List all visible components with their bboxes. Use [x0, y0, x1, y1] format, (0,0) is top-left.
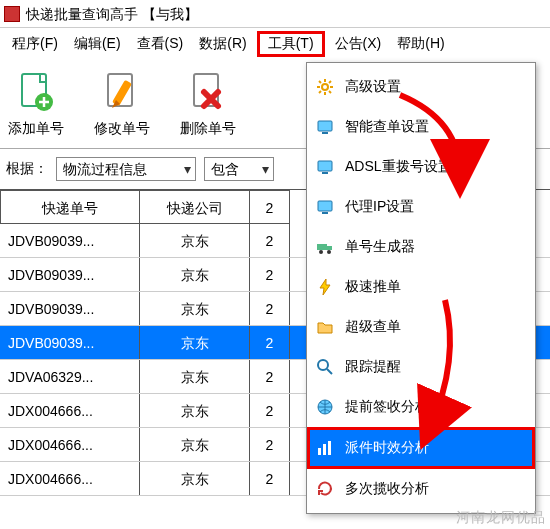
- menu-item-label: 单号生成器: [345, 238, 415, 256]
- app-icon: [4, 6, 20, 22]
- svg-point-24: [327, 250, 331, 254]
- menu-item-label: 代理IP设置: [345, 198, 414, 216]
- svg-rect-21: [317, 244, 327, 250]
- cell-tracking: JDVB09039...: [0, 258, 140, 291]
- cell-company: 京东: [140, 360, 250, 393]
- svg-line-14: [319, 91, 321, 93]
- tools-dropdown: 高级设置智能查单设置ADSL重拨号设置代理IP设置单号生成器极速推单超级查单跟踪…: [306, 62, 536, 514]
- menu-item-monitor[interactable]: ADSL重拨号设置: [307, 147, 535, 187]
- bolt-icon: [315, 277, 335, 297]
- magnify-icon: [315, 357, 335, 377]
- watermark: 河南龙网优品: [456, 509, 546, 527]
- document-add-icon: [14, 70, 58, 114]
- menu-item-monitor[interactable]: 代理IP设置: [307, 187, 535, 227]
- cell-extra: 2: [250, 258, 290, 291]
- cell-extra: 2: [250, 292, 290, 325]
- edit-label: 修改单号: [94, 120, 150, 138]
- monitor-icon: [315, 117, 335, 137]
- menu-item-folder[interactable]: 超级查单: [307, 307, 535, 347]
- menu-item-truck[interactable]: 单号生成器: [307, 227, 535, 267]
- chart-icon: [315, 438, 335, 458]
- cell-extra: 2: [250, 224, 290, 257]
- document-edit-icon: [100, 70, 144, 114]
- svg-rect-19: [318, 201, 332, 211]
- svg-rect-17: [318, 161, 332, 171]
- col-extra[interactable]: 2: [250, 190, 290, 224]
- filter-basis-value: 物流过程信息: [63, 161, 147, 177]
- menu-item-label: 派件时效分析: [345, 439, 429, 457]
- edit-button[interactable]: 修改单号: [94, 70, 150, 138]
- delete-label: 删除单号: [180, 120, 236, 138]
- menu-tools[interactable]: 工具(T): [257, 31, 325, 57]
- cell-company: 京东: [140, 428, 250, 461]
- menu-item-label: 跟踪提醒: [345, 358, 401, 376]
- menu-item-label: 智能查单设置: [345, 118, 429, 136]
- cell-tracking: JDX004666...: [0, 462, 140, 495]
- filter-basis-label: 根据：: [6, 160, 48, 178]
- svg-line-26: [327, 369, 332, 374]
- menu-item-monitor[interactable]: 智能查单设置: [307, 107, 535, 147]
- cell-company: 京东: [140, 224, 250, 257]
- menu-item-bolt[interactable]: 极速推单: [307, 267, 535, 307]
- menu-item-refresh[interactable]: 多次揽收分析: [307, 469, 535, 509]
- cell-tracking: JDVA06329...: [0, 360, 140, 393]
- menu-item-label: 高级设置: [345, 78, 401, 96]
- truck-icon: [315, 237, 335, 257]
- window-title: 快递批量查询高手 【与我】: [26, 0, 198, 28]
- cell-extra: 2: [250, 394, 290, 427]
- col-tracking[interactable]: 快递单号: [0, 190, 140, 224]
- menu-edit[interactable]: 编辑(E): [68, 31, 127, 57]
- filter-match-select[interactable]: 包含: [204, 157, 274, 181]
- filter-match-value: 包含: [211, 161, 239, 177]
- filter-basis-select[interactable]: 物流过程信息: [56, 157, 196, 181]
- cell-extra: 2: [250, 462, 290, 495]
- menu-item-globe[interactable]: 提前签收分析: [307, 387, 535, 427]
- cell-tracking: JDVB09039...: [0, 224, 140, 257]
- menu-item-label: ADSL重拨号设置: [345, 158, 452, 176]
- svg-rect-29: [323, 444, 326, 455]
- menu-item-label: 提前签收分析: [345, 398, 429, 416]
- cell-tracking: JDVB09039...: [0, 326, 140, 359]
- svg-rect-30: [328, 441, 331, 455]
- svg-line-12: [329, 91, 331, 93]
- cell-extra: 2: [250, 428, 290, 461]
- menu-item-label: 极速推单: [345, 278, 401, 296]
- svg-rect-20: [322, 212, 328, 214]
- menu-item-magnify[interactable]: 跟踪提醒: [307, 347, 535, 387]
- menu-item-label: 多次揽收分析: [345, 480, 429, 498]
- cell-tracking: JDVB09039...: [0, 292, 140, 325]
- menu-item-gear[interactable]: 高级设置: [307, 67, 535, 107]
- cell-company: 京东: [140, 326, 250, 359]
- menu-announce[interactable]: 公告(X): [329, 31, 388, 57]
- svg-point-6: [322, 84, 328, 90]
- cell-extra: 2: [250, 360, 290, 393]
- cell-company: 京东: [140, 462, 250, 495]
- svg-line-11: [319, 81, 321, 83]
- menu-view[interactable]: 查看(S): [131, 31, 190, 57]
- svg-point-25: [318, 360, 328, 370]
- monitor-icon: [315, 157, 335, 177]
- menubar: 程序(F) 编辑(E) 查看(S) 数据(R) 工具(T) 公告(X) 帮助(H…: [0, 28, 550, 58]
- svg-rect-15: [318, 121, 332, 131]
- svg-rect-16: [322, 132, 328, 134]
- cell-company: 京东: [140, 292, 250, 325]
- menu-help[interactable]: 帮助(H): [391, 31, 450, 57]
- svg-rect-28: [318, 448, 321, 455]
- menu-data[interactable]: 数据(R): [193, 31, 252, 57]
- folder-icon: [315, 317, 335, 337]
- refresh-icon: [315, 479, 335, 499]
- menu-item-chart[interactable]: 派件时效分析: [307, 427, 535, 469]
- delete-button[interactable]: 删除单号: [180, 70, 236, 138]
- menu-item-label: 超级查单: [345, 318, 401, 336]
- col-company[interactable]: 快递公司: [140, 190, 250, 224]
- cell-tracking: JDX004666...: [0, 428, 140, 461]
- svg-point-23: [319, 250, 323, 254]
- svg-rect-22: [327, 246, 332, 250]
- add-button[interactable]: 添加单号: [8, 70, 64, 138]
- menu-program[interactable]: 程序(F): [6, 31, 64, 57]
- svg-rect-18: [322, 172, 328, 174]
- cell-company: 京东: [140, 394, 250, 427]
- gear-icon: [315, 77, 335, 97]
- cell-extra: 2: [250, 326, 290, 359]
- cell-tracking: JDX004666...: [0, 394, 140, 427]
